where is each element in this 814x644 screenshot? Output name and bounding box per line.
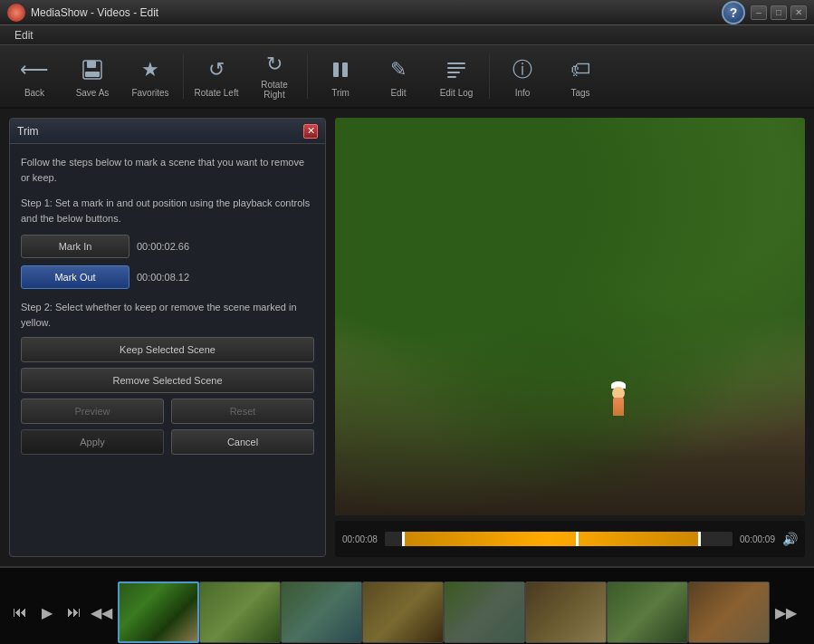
tags-label: Tags: [570, 88, 589, 98]
back-label: Back: [24, 88, 44, 98]
apply-button[interactable]: Apply: [21, 429, 164, 455]
volume-icon[interactable]: 🔊: [782, 532, 798, 546]
trim-dialog: Trim ✕ Follow the steps below to mark a …: [9, 118, 326, 557]
window-controls: – □ ✕: [751, 5, 807, 20]
play-button[interactable]: ▶: [34, 600, 60, 625]
step2-text: Step 2: Select whether to keep or remove…: [21, 300, 314, 330]
timeline-track[interactable]: [385, 532, 733, 546]
timeline-marker-mid: [576, 532, 579, 546]
step1-text: Step 1: Set a mark in and out position u…: [21, 196, 314, 226]
video-foliage: [335, 118, 805, 515]
mark-in-row: Mark In 00:00:02.66: [21, 235, 314, 258]
favorites-button[interactable]: ★ Favorites: [123, 49, 177, 103]
tags-button[interactable]: 🏷 Tags: [553, 49, 608, 103]
toolbar: ⟵ Back Save As ★ Favorites ↺ Rotate Left…: [0, 45, 814, 109]
maximize-button[interactable]: □: [771, 5, 787, 20]
filmstrip-thumb-8[interactable]: [688, 582, 770, 643]
edit-icon: ✎: [384, 55, 413, 84]
save-as-label: Save As: [76, 88, 110, 98]
filmstrip-thumb-3[interactable]: [281, 582, 362, 643]
help-button[interactable]: ?: [722, 1, 745, 24]
timeline-area: 00:00:08 00:00:09 🔊: [335, 521, 805, 557]
svg-rect-7: [447, 72, 460, 73]
rotate-right-button[interactable]: ↻ Rotate Right: [247, 49, 302, 103]
save-as-icon: [78, 55, 107, 84]
trim-button[interactable]: Trim: [313, 49, 368, 103]
window-title: MediaShow - Videos - Edit: [31, 6, 722, 19]
tags-icon: 🏷: [566, 55, 595, 84]
mark-in-button[interactable]: Mark In: [21, 235, 129, 258]
edit-button[interactable]: ✎ Edit: [371, 49, 426, 103]
minimize-button[interactable]: –: [751, 5, 767, 20]
timeline-yellow-region: [402, 532, 698, 546]
filmstrip-thumb-7[interactable]: [607, 582, 688, 643]
title-bar: MediaShow - Videos - Edit ? – □ ✕: [0, 0, 814, 25]
main-area: Trim ✕ Follow the steps below to mark a …: [0, 109, 814, 566]
app-icon: [7, 4, 25, 22]
toolbar-separator-1: [183, 53, 184, 99]
mark-out-button[interactable]: Mark Out: [21, 265, 129, 289]
skip-to-end-button[interactable]: ⏭: [62, 600, 87, 625]
svg-rect-5: [447, 62, 465, 64]
toolbar-separator-3: [489, 53, 490, 99]
edit-log-icon: [442, 55, 471, 84]
info-button[interactable]: ⓘ Info: [495, 49, 550, 103]
cancel-button[interactable]: Cancel: [171, 429, 314, 455]
child-body: [613, 398, 624, 416]
dialog-header: Trim ✕: [10, 119, 325, 144]
skip-to-start-button[interactable]: ⏮: [7, 600, 33, 625]
reset-button[interactable]: Reset: [171, 399, 314, 424]
svg-rect-4: [342, 62, 348, 77]
filmstrip-thumb-5[interactable]: [444, 582, 525, 643]
apply-cancel-row: Apply Cancel: [21, 429, 314, 455]
close-button[interactable]: ✕: [790, 5, 807, 20]
video-preview: [335, 118, 805, 515]
mark-in-time: 00:00:02.66: [137, 241, 189, 252]
preview-reset-row: Preview Reset: [21, 399, 314, 424]
filmstrip-thumb-4[interactable]: [362, 582, 444, 643]
back-button[interactable]: ⟵ Back: [7, 49, 62, 103]
filmstrip-scroll-right[interactable]: ▶▶: [773, 600, 799, 625]
back-icon: ⟵: [20, 55, 49, 84]
rotate-right-icon: ↻: [260, 53, 289, 76]
dialog-title: Trim: [17, 125, 303, 138]
timeline-end-time: 00:00:09: [740, 534, 775, 544]
save-as-button[interactable]: Save As: [65, 49, 120, 103]
timeline-marker-start: [402, 532, 405, 546]
timeline-marker-end: [698, 532, 701, 546]
svg-rect-8: [447, 76, 456, 78]
remove-selected-scene-button[interactable]: Remove Selected Scene: [21, 368, 314, 393]
mark-out-time: 00:00:08.12: [137, 272, 189, 283]
child-figure: [610, 380, 627, 416]
svg-rect-3: [333, 62, 339, 77]
video-content: [335, 118, 805, 515]
filmstrip-thumb-6[interactable]: [525, 582, 607, 643]
menu-edit[interactable]: Edit: [7, 27, 41, 43]
rotate-left-button[interactable]: ↺ Rotate Left: [189, 49, 244, 103]
video-area: 00:00:08 00:00:09 🔊: [335, 118, 805, 557]
toolbar-separator-2: [307, 53, 308, 99]
timeline-start-time: 00:00:08: [342, 534, 378, 544]
rotate-left-label: Rotate Left: [195, 88, 239, 98]
svg-rect-2: [85, 72, 100, 77]
dialog-body: Follow the steps below to mark a scene t…: [10, 144, 325, 556]
edit-label: Edit: [390, 88, 406, 98]
menu-bar: Edit: [0, 25, 814, 45]
filmstrip-thumb-2[interactable]: [199, 582, 281, 643]
playback-controls: ⏮ ▶ ⏭ ◀◀: [4, 600, 118, 625]
trim-label: Trim: [331, 88, 350, 98]
filmstrip-thumb-1[interactable]: [118, 582, 199, 643]
trim-instructions: Follow the steps below to mark a scene t…: [21, 155, 314, 185]
edit-log-label: Edit Log: [440, 88, 474, 98]
rotate-left-icon: ↺: [202, 55, 231, 84]
star-icon: ★: [136, 55, 165, 84]
info-label: Info: [515, 88, 531, 98]
keep-selected-scene-button[interactable]: Keep Selected Scene: [21, 337, 314, 362]
edit-log-button[interactable]: Edit Log: [429, 49, 484, 103]
dialog-close-button[interactable]: ✕: [303, 124, 318, 139]
stop-button[interactable]: ◀◀: [89, 600, 114, 625]
rotate-right-label: Rotate Right: [251, 80, 298, 100]
info-icon: ⓘ: [508, 55, 537, 84]
preview-button[interactable]: Preview: [21, 399, 164, 424]
svg-rect-6: [447, 67, 465, 69]
